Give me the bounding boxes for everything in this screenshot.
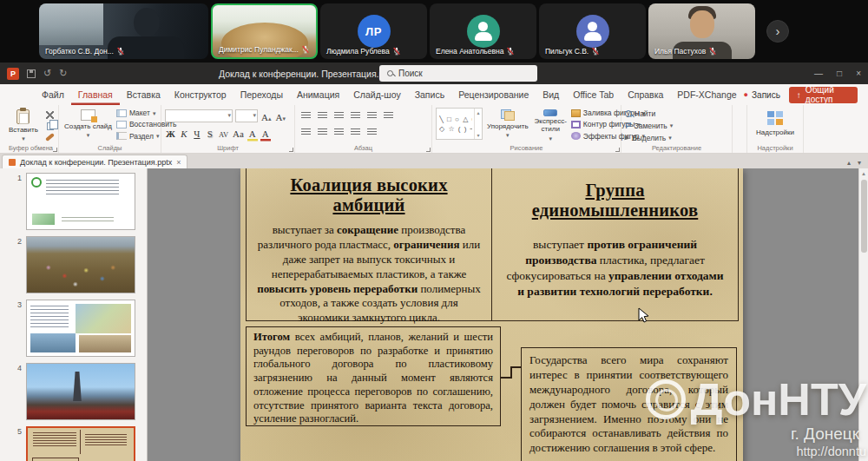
- participant-tile-6[interactable]: Илья Пастухов: [648, 3, 755, 59]
- participant-tile-4[interactable]: Елена Анатольевна: [430, 3, 536, 59]
- shapes-gallery[interactable]: ╲ □ ○ △ ⇨ ◇ ☆ ( ) ─ ▴ ▾: [436, 108, 483, 140]
- change-case-button[interactable]: Аа: [232, 126, 245, 139]
- tab-review[interactable]: Рецензирование: [451, 84, 536, 105]
- tab-scroll-up-icon[interactable]: ▴: [847, 159, 851, 167]
- tab-scroll-down-icon[interactable]: ▾: [858, 159, 861, 167]
- decrease-font-button[interactable]: А▾: [274, 109, 286, 122]
- share-button[interactable]: ↑ Общий доступ: [789, 87, 858, 103]
- font-color-button[interactable]: А: [260, 126, 271, 139]
- bullets-button[interactable]: [299, 110, 312, 122]
- tab-view[interactable]: Вид: [536, 84, 566, 105]
- document-tab[interactable]: Доклад к конференции. Презентация.pptx ×: [2, 155, 187, 168]
- vertical-scrollbar[interactable]: ▴: [858, 168, 868, 461]
- thumbnail-text-lines: [85, 434, 127, 446]
- find-button[interactable]: Найти: [625, 108, 728, 119]
- text-direction-button[interactable]: [381, 110, 395, 122]
- dialog-launcher-icon[interactable]: [426, 148, 431, 152]
- comparison-table[interactable]: Коалиция высоких амбиций выступает за со…: [246, 168, 739, 321]
- increase-indent-button[interactable]: [348, 110, 362, 122]
- slide-thumbnail-2[interactable]: [26, 236, 135, 293]
- text-shadow-button[interactable]: S: [205, 126, 215, 139]
- slide-thumbnail-5-selected[interactable]: [26, 426, 135, 461]
- minimize-button[interactable]: —: [814, 69, 823, 78]
- font-name-combo[interactable]: ▾: [165, 109, 233, 122]
- slide-thumbnail-3[interactable]: [26, 300, 135, 357]
- dialog-launcher-icon[interactable]: [615, 148, 620, 152]
- summary-text-box[interactable]: Итогом всех амбиций, планов, желаний и ш…: [246, 326, 501, 426]
- tab-slideshow[interactable]: Слайд-шоу: [346, 84, 407, 105]
- participant-name-label: Елена Анатольевна: [436, 47, 515, 56]
- left-column-header: Коалиция высоких амбиций: [257, 175, 481, 215]
- numbering-button[interactable]: [315, 110, 329, 122]
- participant-tile-1[interactable]: Горбатко С.В. Дон...: [39, 3, 208, 59]
- underline-button[interactable]: Ч: [192, 126, 202, 139]
- arrange-button[interactable]: Упорядочить ▾: [485, 108, 530, 142]
- bullets-icon: [301, 112, 311, 120]
- scrollbar-thumb[interactable]: [861, 180, 867, 253]
- replace-button[interactable]: ⇄ Заменить ▾: [625, 120, 728, 131]
- restore-button[interactable]: □: [837, 69, 842, 78]
- tab-animations[interactable]: Анимация: [290, 84, 346, 105]
- tab-help[interactable]: Справка: [621, 84, 670, 105]
- save-icon[interactable]: [27, 69, 36, 78]
- format-painter-button[interactable]: [43, 133, 58, 142]
- slide-thumbnail-1[interactable]: [26, 173, 135, 230]
- font-size-combo[interactable]: ▾: [235, 109, 258, 122]
- tab-home[interactable]: Главная: [71, 84, 120, 105]
- tab-design[interactable]: Конструктор: [168, 84, 233, 105]
- tab-file[interactable]: Файл: [35, 84, 71, 105]
- next-participants-button[interactable]: ›: [766, 20, 789, 43]
- quick-access-toolbar: P ↺ ↻: [7, 63, 67, 84]
- redo-icon[interactable]: ↻: [59, 69, 67, 78]
- columns-button[interactable]: [365, 127, 378, 139]
- dialog-launcher-icon[interactable]: [53, 148, 57, 152]
- mic-muted-icon: [116, 47, 125, 56]
- close-tab-icon[interactable]: ×: [176, 158, 181, 167]
- paste-clipboard-icon: [16, 109, 30, 124]
- quick-styles-button[interactable]: Экспресс-стили ▾: [533, 108, 569, 142]
- close-button[interactable]: ×: [856, 69, 861, 78]
- gallery-scroll[interactable]: ▴ ▾: [474, 109, 482, 139]
- scroll-up-icon[interactable]: ▴: [862, 170, 865, 177]
- new-slide-button[interactable]: Создать слайд ▾: [62, 108, 114, 142]
- mic-muted-icon: [708, 47, 717, 56]
- increase-font-button[interactable]: А▴: [260, 109, 272, 122]
- tab-office-tab[interactable]: Office Tab: [566, 84, 621, 105]
- tab-insert[interactable]: Вставка: [120, 84, 168, 105]
- italic-button[interactable]: К: [179, 126, 189, 139]
- record-button[interactable]: ● Запись: [744, 90, 780, 100]
- line-spacing-button[interactable]: [365, 110, 378, 122]
- thumbnail-image: [32, 214, 55, 225]
- thumbnail-photo: [79, 335, 131, 352]
- bold-button[interactable]: Ж: [165, 126, 176, 139]
- thumbnail-row: 3: [11, 300, 147, 357]
- select-button[interactable]: Выделить ▾: [625, 132, 728, 143]
- screen: Горбатко С.В. Дон... Димитрис Пуланджак.…: [0, 0, 868, 461]
- character-spacing-button[interactable]: AV: [218, 126, 229, 139]
- addins-button[interactable]: Надстройки: [751, 108, 799, 136]
- search-input[interactable]: Поиск: [379, 65, 537, 82]
- participant-tile-2-active-speaker[interactable]: Димитрис Пуланджак...: [211, 3, 318, 59]
- outlook-text-box[interactable]: Государства всего мира сохраняют интерес…: [521, 347, 737, 461]
- slide-thumbnail-4[interactable]: [26, 363, 135, 420]
- cut-button[interactable]: [43, 110, 58, 119]
- participant-tile-3[interactable]: ЛР Людмила Рублева: [320, 3, 427, 59]
- align-right-button[interactable]: [332, 127, 345, 139]
- align-center-button[interactable]: [315, 127, 329, 139]
- copy-button[interactable]: [43, 122, 58, 130]
- thumbnail-text-lines: [46, 180, 119, 195]
- thumbnail-text-lines: [33, 432, 76, 448]
- tab-transitions[interactable]: Переходы: [233, 84, 290, 105]
- tab-record[interactable]: Запись: [408, 84, 451, 105]
- participant-tile-5[interactable]: Пильгук С.В.: [539, 3, 646, 59]
- dialog-launcher-icon[interactable]: [289, 148, 293, 152]
- align-left-button[interactable]: [299, 127, 312, 139]
- justify-button[interactable]: [348, 127, 362, 139]
- paste-button[interactable]: Вставить ▾: [7, 108, 40, 142]
- slide-canvas: Коалиция высоких амбиций выступает за со…: [148, 168, 858, 461]
- undo-icon[interactable]: ↺: [43, 69, 51, 78]
- tab-pdf-xchange[interactable]: PDF-XChange: [670, 84, 743, 105]
- mic-muted-icon: [506, 47, 515, 56]
- decrease-indent-button[interactable]: [332, 110, 345, 122]
- highlight-color-button[interactable]: А: [247, 126, 258, 139]
